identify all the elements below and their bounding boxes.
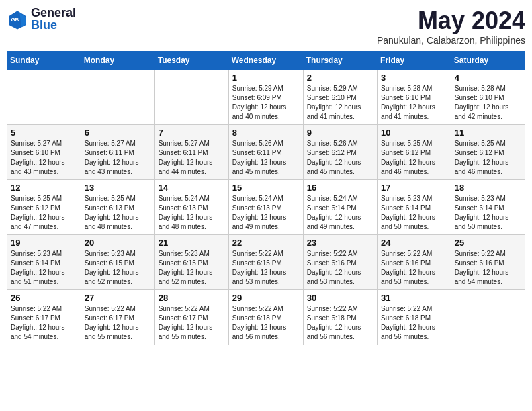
calendar-cell: 6Sunrise: 5:27 AM Sunset: 6:11 PM Daylig… — [81, 125, 154, 180]
svg-text:GB: GB — [11, 17, 19, 23]
subtitle: Panukulan, Calabarzon, Philippines — [377, 35, 525, 46]
day-number: 29 — [232, 293, 300, 303]
day-number: 2 — [307, 73, 373, 83]
header-friday: Friday — [378, 52, 451, 70]
calendar-cell: 16Sunrise: 5:24 AM Sunset: 6:14 PM Dayli… — [303, 180, 377, 235]
calendar-cell: 22Sunrise: 5:22 AM Sunset: 6:15 PM Dayli… — [228, 235, 303, 290]
calendar-cell: 28Sunrise: 5:22 AM Sunset: 6:17 PM Dayli… — [154, 290, 228, 345]
calendar-cell: 17Sunrise: 5:23 AM Sunset: 6:14 PM Dayli… — [378, 180, 451, 235]
day-number: 5 — [11, 128, 77, 138]
day-info: Sunrise: 5:27 AM Sunset: 6:11 PM Dayligh… — [85, 139, 151, 177]
calendar-cell: 13Sunrise: 5:25 AM Sunset: 6:13 PM Dayli… — [81, 180, 154, 235]
day-number: 26 — [11, 293, 77, 303]
calendar-cell: 26Sunrise: 5:22 AM Sunset: 6:17 PM Dayli… — [7, 290, 81, 345]
day-number: 14 — [159, 183, 225, 193]
calendar-cell: 7Sunrise: 5:27 AM Sunset: 6:11 PM Daylig… — [154, 125, 228, 180]
calendar-cell: 25Sunrise: 5:22 AM Sunset: 6:16 PM Dayli… — [451, 235, 525, 290]
calendar-cell: 15Sunrise: 5:24 AM Sunset: 6:13 PM Dayli… — [228, 180, 303, 235]
day-info: Sunrise: 5:23 AM Sunset: 6:15 PM Dayligh… — [159, 249, 225, 287]
day-number: 15 — [232, 183, 300, 193]
day-info: Sunrise: 5:27 AM Sunset: 6:10 PM Dayligh… — [11, 139, 77, 177]
day-number: 3 — [381, 73, 447, 83]
day-info: Sunrise: 5:24 AM Sunset: 6:14 PM Dayligh… — [307, 194, 373, 232]
day-info: Sunrise: 5:22 AM Sunset: 6:15 PM Dayligh… — [232, 249, 300, 287]
day-info: Sunrise: 5:22 AM Sunset: 6:16 PM Dayligh… — [381, 249, 447, 287]
calendar-cell: 20Sunrise: 5:23 AM Sunset: 6:15 PM Dayli… — [81, 235, 154, 290]
calendar-cell: 8Sunrise: 5:26 AM Sunset: 6:11 PM Daylig… — [228, 125, 303, 180]
calendar-cell: 31Sunrise: 5:22 AM Sunset: 6:18 PM Dayli… — [378, 290, 451, 345]
day-info: Sunrise: 5:23 AM Sunset: 6:14 PM Dayligh… — [11, 249, 77, 287]
day-number: 28 — [159, 293, 225, 303]
week-row-1: 1Sunrise: 5:29 AM Sunset: 6:09 PM Daylig… — [7, 70, 525, 125]
day-info: Sunrise: 5:29 AM Sunset: 6:09 PM Dayligh… — [232, 84, 300, 122]
title-area: May 2024 Panukulan, Calabarzon, Philippi… — [377, 7, 525, 46]
day-number: 12 — [11, 183, 77, 193]
day-info: Sunrise: 5:22 AM Sunset: 6:17 PM Dayligh… — [85, 304, 151, 342]
day-number: 6 — [85, 128, 151, 138]
day-info: Sunrise: 5:22 AM Sunset: 6:18 PM Dayligh… — [232, 304, 300, 342]
logo-icon: GB — [7, 9, 28, 30]
week-row-5: 26Sunrise: 5:22 AM Sunset: 6:17 PM Dayli… — [7, 290, 525, 345]
day-info: Sunrise: 5:23 AM Sunset: 6:14 PM Dayligh… — [455, 194, 521, 232]
week-row-2: 5Sunrise: 5:27 AM Sunset: 6:10 PM Daylig… — [7, 125, 525, 180]
calendar-cell: 14Sunrise: 5:24 AM Sunset: 6:13 PM Dayli… — [154, 180, 228, 235]
calendar-cell: 3Sunrise: 5:28 AM Sunset: 6:10 PM Daylig… — [378, 70, 451, 125]
day-number: 31 — [381, 293, 447, 303]
calendar-cell: 10Sunrise: 5:25 AM Sunset: 6:12 PM Dayli… — [378, 125, 451, 180]
calendar-cell — [81, 70, 154, 125]
day-info: Sunrise: 5:22 AM Sunset: 6:16 PM Dayligh… — [455, 249, 521, 287]
day-number: 16 — [307, 183, 373, 193]
header-monday: Monday — [81, 52, 154, 70]
calendar-cell: 2Sunrise: 5:29 AM Sunset: 6:10 PM Daylig… — [303, 70, 377, 125]
day-info: Sunrise: 5:25 AM Sunset: 6:12 PM Dayligh… — [455, 139, 521, 177]
day-info: Sunrise: 5:24 AM Sunset: 6:13 PM Dayligh… — [232, 194, 300, 232]
day-number: 30 — [307, 293, 373, 303]
day-info: Sunrise: 5:22 AM Sunset: 6:16 PM Dayligh… — [307, 249, 373, 287]
header: GB General Blue May 2024 Panukulan, Cala… — [7, 7, 525, 46]
header-wednesday: Wednesday — [228, 52, 303, 70]
day-info: Sunrise: 5:23 AM Sunset: 6:14 PM Dayligh… — [381, 194, 447, 232]
day-number: 13 — [85, 183, 151, 193]
day-number: 9 — [307, 128, 373, 138]
day-info: Sunrise: 5:22 AM Sunset: 6:17 PM Dayligh… — [11, 304, 77, 342]
day-number: 22 — [232, 238, 300, 248]
calendar-cell: 1Sunrise: 5:29 AM Sunset: 6:09 PM Daylig… — [228, 70, 303, 125]
day-info: Sunrise: 5:26 AM Sunset: 6:11 PM Dayligh… — [232, 139, 300, 177]
day-number: 24 — [381, 238, 447, 248]
calendar-cell — [451, 290, 525, 345]
logo: GB General Blue — [7, 7, 76, 32]
day-number: 23 — [307, 238, 373, 248]
day-number: 11 — [455, 128, 521, 138]
calendar-cell — [154, 70, 228, 125]
day-number: 4 — [455, 73, 521, 83]
day-number: 7 — [159, 128, 225, 138]
day-number: 25 — [455, 238, 521, 248]
calendar-table: SundayMondayTuesdayWednesdayThursdayFrid… — [7, 51, 525, 345]
day-number: 10 — [381, 128, 447, 138]
day-info: Sunrise: 5:24 AM Sunset: 6:13 PM Dayligh… — [159, 194, 225, 232]
calendar-cell: 23Sunrise: 5:22 AM Sunset: 6:16 PM Dayli… — [303, 235, 377, 290]
calendar-cell: 12Sunrise: 5:25 AM Sunset: 6:12 PM Dayli… — [7, 180, 81, 235]
day-info: Sunrise: 5:26 AM Sunset: 6:12 PM Dayligh… — [307, 139, 373, 177]
main-title: May 2024 — [377, 7, 525, 35]
day-info: Sunrise: 5:25 AM Sunset: 6:12 PM Dayligh… — [11, 194, 77, 232]
day-info: Sunrise: 5:28 AM Sunset: 6:10 PM Dayligh… — [381, 84, 447, 122]
calendar-cell: 19Sunrise: 5:23 AM Sunset: 6:14 PM Dayli… — [7, 235, 81, 290]
day-number: 18 — [455, 183, 521, 193]
day-number: 17 — [381, 183, 447, 193]
header-sunday: Sunday — [7, 52, 81, 70]
calendar-cell: 24Sunrise: 5:22 AM Sunset: 6:16 PM Dayli… — [378, 235, 451, 290]
header-thursday: Thursday — [303, 52, 377, 70]
day-info: Sunrise: 5:28 AM Sunset: 6:10 PM Dayligh… — [455, 84, 521, 122]
day-number: 8 — [232, 128, 300, 138]
day-info: Sunrise: 5:25 AM Sunset: 6:12 PM Dayligh… — [381, 139, 447, 177]
header-saturday: Saturday — [451, 52, 525, 70]
logo-text: General Blue — [31, 7, 76, 32]
calendar-cell — [7, 70, 81, 125]
day-info: Sunrise: 5:22 AM Sunset: 6:17 PM Dayligh… — [159, 304, 225, 342]
day-info: Sunrise: 5:22 AM Sunset: 6:18 PM Dayligh… — [381, 304, 447, 342]
calendar-cell: 29Sunrise: 5:22 AM Sunset: 6:18 PM Dayli… — [228, 290, 303, 345]
week-row-4: 19Sunrise: 5:23 AM Sunset: 6:14 PM Dayli… — [7, 235, 525, 290]
day-info: Sunrise: 5:27 AM Sunset: 6:11 PM Dayligh… — [159, 139, 225, 177]
day-number: 19 — [11, 238, 77, 248]
